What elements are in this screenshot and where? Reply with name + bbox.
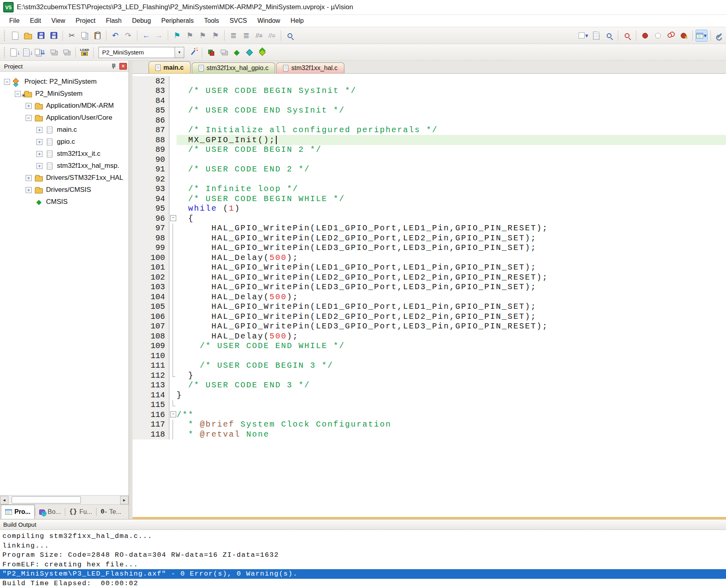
download-button[interactable]: LOAD [78, 46, 90, 58]
paste-button[interactable] [91, 30, 103, 42]
disable-all-breakpoints-button[interactable] [665, 30, 677, 42]
code-line[interactable]: 106 HAL_GPIO_WritePin(LED2_GPIO_Port,LED… [133, 312, 726, 322]
code-text[interactable]: HAL_Delay(500); [177, 253, 726, 263]
code-line[interactable]: 94 /* USER CODE BEGIN WHILE */ [133, 194, 726, 204]
code-line[interactable]: 113 /* USER CODE END 3 */ [133, 381, 726, 391]
code-line[interactable]: 103 HAL_GPIO_WritePin(LED3_GPIO_Port,LED… [133, 282, 726, 292]
build-output-line[interactable]: linking... [0, 541, 726, 551]
next-bookmark-button[interactable]: ⚑ [197, 30, 209, 42]
scroll-right-arrow[interactable]: ► [120, 496, 129, 504]
navigate-forward-button[interactable]: → [153, 30, 165, 42]
menu-view[interactable]: View [46, 16, 70, 26]
tree-expander[interactable]: + [26, 103, 32, 109]
code-text[interactable]: /* USER CODE END WHILE */ [177, 341, 726, 351]
pack-installer-button[interactable]: ◆ [231, 46, 243, 58]
code-editor[interactable]: 8283 /* USER CODE BEGIN SysInit */8485 /… [133, 74, 726, 517]
code-text[interactable]: /* Infinite loop */ [177, 184, 726, 194]
build-output-line[interactable]: Build Time Elapsed: 00:00:02 [0, 579, 726, 588]
code-line[interactable]: 111 /* USER CODE BEGIN 3 */ [133, 361, 726, 371]
tree-item-stm32f1xx-it-c[interactable]: +stm32f1xx_it.c [0, 148, 129, 160]
find-in-files-button[interactable] [284, 30, 296, 42]
target-select-value[interactable]: P2_MiniSystem [99, 47, 175, 58]
cut-button[interactable]: ✂ [66, 30, 78, 42]
workspace-tab-pro[interactable]: Pro... [1, 505, 35, 519]
tree-item-main-c[interactable]: +main.c [0, 124, 129, 136]
menu-svcs[interactable]: SVCS [224, 16, 252, 26]
code-text[interactable]: /* USER CODE BEGIN SysInit */ [177, 86, 726, 96]
code-line[interactable]: 115 [133, 400, 726, 410]
code-line[interactable]: 118 * @retval None [133, 429, 726, 439]
enable-disable-breakpoint-button[interactable] [652, 30, 664, 42]
manage-components-button[interactable] [256, 46, 268, 58]
tree-expander[interactable]: + [36, 151, 42, 157]
tree-expander[interactable]: − [26, 115, 32, 121]
save-button[interactable] [35, 30, 47, 42]
configure-wrench-button[interactable] [714, 30, 726, 42]
code-text[interactable]: while (1) [177, 204, 726, 214]
target-select[interactable]: P2_MiniSystem ▾ [99, 47, 184, 58]
pin-icon[interactable] [111, 63, 116, 69]
build-output-line[interactable]: Program Size: Code=2848 RO-data=304 RW-d… [0, 550, 726, 560]
code-line[interactable]: 109 /* USER CODE END WHILE */ [133, 341, 726, 351]
undo-button[interactable]: ↶ [109, 30, 121, 42]
build-output-line[interactable]: FromELF: creating hex file... [0, 560, 726, 570]
workspace-tab-fu[interactable]: {}Fu... [65, 505, 96, 518]
code-text[interactable] [177, 96, 726, 106]
tree-expander[interactable]: − [15, 91, 21, 97]
batch-build-button[interactable] [48, 46, 60, 58]
code-line[interactable]: 92 [133, 174, 726, 184]
workspace-tab-te[interactable]: 0➜Te... [97, 505, 125, 518]
code-line[interactable]: 114} [133, 390, 726, 400]
code-text[interactable]: /* USER CODE END 2 */ [177, 165, 726, 175]
toolbar-grip[interactable] [4, 47, 6, 58]
code-line[interactable]: 96 { [133, 213, 726, 224]
tree-expander[interactable]: + [36, 163, 42, 169]
build-output-line[interactable]: compiling stm32f1xx_hal_dma.c... [0, 532, 726, 541]
menu-project[interactable]: Project [70, 16, 101, 26]
menu-peripherals[interactable]: Peripherals [156, 16, 199, 26]
tree-expander[interactable]: − [4, 79, 10, 85]
code-text[interactable]: MX_GPIO_Init(); [177, 135, 726, 145]
menu-debug[interactable]: Debug [127, 16, 156, 26]
code-line[interactable]: 108 HAL_Delay(500); [133, 331, 726, 341]
code-text[interactable] [177, 174, 726, 184]
code-text[interactable]: HAL_GPIO_WritePin(LED1_GPIO_Port,LED1_Pi… [177, 263, 726, 273]
build-button[interactable]: ↓ [22, 46, 34, 58]
insert-bookmark-button[interactable]: ⚑ [171, 30, 183, 42]
menu-help[interactable]: Help [286, 16, 309, 26]
code-text[interactable]: HAL_Delay(500); [177, 331, 726, 341]
tree-item-project-p2-minisystem[interactable]: −Project: P2_MiniSystem [0, 76, 129, 88]
code-line[interactable]: 112 } [133, 371, 726, 381]
windows-layout-button[interactable]: ▾ [696, 30, 708, 42]
tree-expander[interactable]: + [26, 187, 32, 193]
code-text[interactable] [177, 76, 726, 86]
menu-file[interactable]: File [4, 16, 25, 26]
code-line[interactable]: 87 /* Initialize all configured peripher… [133, 125, 726, 135]
code-text[interactable]: /* USER CODE BEGIN 3 */ [177, 361, 726, 371]
code-line[interactable]: 88 MX_GPIO_Init(); [133, 135, 726, 145]
incremental-find-button[interactable] [603, 30, 615, 42]
fold-margin[interactable] [169, 213, 177, 224]
code-text[interactable]: HAL_GPIO_WritePin(LED2_GPIO_Port,LED2_Pi… [177, 233, 726, 243]
menu-tools[interactable]: Tools [199, 16, 224, 26]
close-panel-button[interactable]: × [119, 63, 127, 70]
menu-edit[interactable]: Edit [25, 16, 46, 26]
code-text[interactable]: HAL_GPIO_WritePin(LED2_GPIO_Port,LED2_Pi… [177, 312, 726, 322]
build-output-body[interactable]: compiling stm32f1xx_hal_dma.c...linking.… [0, 530, 726, 588]
previous-bookmark-button[interactable]: ⚑ [184, 30, 196, 42]
tree-item-stm32f1xx-hal-msp-[interactable]: +stm32f1xx_hal_msp. [0, 160, 129, 172]
code-line[interactable]: 117 * @brief System Clock Configuration [133, 420, 726, 430]
comment-selection-button[interactable]: //≡ [253, 30, 265, 42]
build-output-line[interactable]: "P2_MiniSystem\P3_LED_Flashing.axf" - 0 … [0, 569, 726, 579]
code-line[interactable]: 85 /* USER CODE END SysInit */ [133, 106, 726, 116]
code-text[interactable]: /** [177, 410, 726, 420]
code-line[interactable]: 110 [133, 351, 726, 361]
code-text[interactable]: /* USER CODE BEGIN WHILE */ [177, 194, 726, 204]
code-text[interactable]: /* Initialize all configured peripherals… [177, 125, 726, 135]
code-line[interactable]: 104 HAL_Delay(500); [133, 292, 726, 302]
find-in-document-button[interactable] [590, 30, 602, 42]
code-line[interactable]: 95 while (1) [133, 204, 726, 214]
stop-build-button[interactable] [60, 46, 72, 58]
code-line[interactable]: 89 /* USER CODE BEGIN 2 */ [133, 145, 726, 155]
tree-expander[interactable]: + [36, 127, 42, 133]
